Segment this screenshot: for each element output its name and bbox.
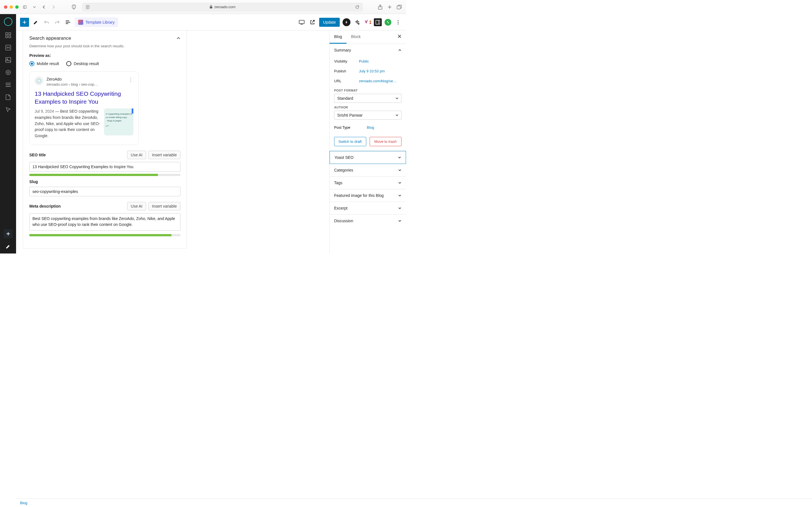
back-button[interactable] — [41, 4, 47, 10]
insert-variable-button[interactable]: Insert variable — [148, 151, 181, 159]
svg-rect-12 — [6, 33, 8, 35]
reader-icon[interactable] — [85, 4, 91, 10]
seo-title-input[interactable] — [29, 162, 181, 172]
url-value[interactable]: zeroado.com/blog/se… — [359, 79, 397, 83]
redo-button[interactable] — [53, 18, 61, 26]
svg-point-36 — [398, 22, 399, 22]
switch-to-draft-button[interactable]: Switch to draft — [334, 137, 366, 146]
yoast-seo-section[interactable]: Yoast SEO — [330, 151, 406, 164]
chevron-down-icon — [398, 194, 402, 196]
close-window-button[interactable] — [4, 5, 7, 9]
image-icon[interactable] — [5, 57, 11, 63]
meta-description-label: Meta description — [29, 204, 61, 209]
chevron-down-icon — [398, 207, 402, 209]
chevron-down-icon — [398, 182, 402, 184]
categories-section[interactable]: Categories — [329, 164, 406, 176]
featured-image-section[interactable]: Featured image for this Blog — [329, 189, 406, 202]
chevron-down-icon[interactable] — [32, 4, 37, 10]
radio-unchecked-icon — [66, 61, 71, 66]
external-link-icon[interactable] — [308, 18, 316, 26]
visibility-value[interactable]: Public — [359, 59, 369, 63]
move-to-trash-button[interactable]: Move to trash — [370, 137, 402, 146]
insert-block-button[interactable] — [20, 18, 29, 27]
template-library-button[interactable]: Template Library — [75, 17, 118, 27]
preview-as-label: Preview as: — [29, 53, 181, 58]
shield-icon[interactable] — [71, 4, 77, 10]
excerpt-section[interactable]: Excerpt — [329, 202, 406, 214]
add-block-button[interactable] — [4, 229, 13, 238]
svg-rect-7 — [210, 6, 212, 8]
update-button[interactable]: Update — [319, 18, 340, 27]
close-sidebar-button[interactable] — [393, 31, 406, 44]
post-type-value[interactable]: Blog — [367, 125, 374, 129]
device-preview-icon[interactable] — [298, 18, 306, 26]
serp-breadcrumb: zeroado.com › blog › seo-cop… — [47, 82, 98, 87]
undo-button[interactable] — [43, 18, 50, 26]
url-text: zeroado.com — [214, 5, 236, 9]
post-type-label: Post Type — [334, 125, 367, 129]
yoast-icon[interactable] — [364, 20, 371, 25]
tab-block[interactable]: Block — [347, 31, 365, 44]
chevron-down-icon — [398, 169, 402, 171]
more-menu-icon[interactable] — [394, 18, 402, 26]
list-icon[interactable] — [5, 82, 11, 88]
author-select[interactable]: Srishti Panwar — [334, 111, 402, 120]
settings-icon[interactable] — [5, 69, 11, 75]
serp-title[interactable]: 13 Handpicked SEO Copywriting Examples t… — [35, 90, 133, 106]
template-logo-icon — [78, 20, 83, 25]
panel-subtitle: Determine how your post should look in t… — [29, 44, 181, 48]
search-appearance-panel: Search appearance Determine how your pos… — [23, 31, 187, 248]
template-library-label: Template Library — [86, 20, 115, 24]
use-ai-button[interactable]: Use AI — [127, 151, 146, 159]
outline-icon[interactable] — [64, 18, 72, 26]
insert-variable-button-2[interactable]: Insert variable — [148, 202, 181, 210]
svg-rect-17 — [6, 57, 11, 62]
minimize-window-button[interactable] — [10, 5, 13, 9]
site-logo[interactable] — [4, 17, 12, 26]
publish-value[interactable]: July 9 10:53 pm — [359, 69, 385, 73]
use-ai-button-2[interactable]: Use AI — [127, 202, 146, 210]
svg-point-20 — [7, 71, 9, 73]
svg-rect-11 — [397, 6, 400, 9]
meta-description-input[interactable] — [29, 213, 181, 231]
collapse-icon[interactable] — [176, 37, 181, 40]
serp-preview: ZeroAdo zeroado.com › blog › seo-cop… ⋮ … — [29, 71, 139, 145]
cursor-icon[interactable] — [5, 107, 11, 113]
meta-description-meter — [29, 234, 181, 236]
tab-blog[interactable]: Blog — [329, 31, 347, 44]
svg-rect-0 — [23, 6, 27, 8]
document-icon[interactable] — [5, 94, 11, 100]
radio-checked-icon — [29, 61, 35, 66]
tags-section[interactable]: Tags — [329, 177, 406, 189]
svg-rect-14 — [6, 36, 8, 38]
share-icon[interactable] — [377, 4, 383, 10]
settings-panel-icon[interactable] — [374, 18, 382, 26]
pencil-icon[interactable] — [32, 18, 40, 26]
forward-button[interactable] — [51, 4, 56, 10]
svg-point-19 — [6, 70, 10, 75]
author-label: AUTHOR — [334, 106, 402, 109]
reload-icon[interactable] — [354, 4, 360, 10]
jetpack-icon[interactable] — [385, 19, 391, 25]
svg-point-35 — [398, 20, 399, 21]
maximize-window-button[interactable] — [15, 5, 18, 9]
slug-label: Slug — [29, 179, 181, 184]
amp-icon[interactable] — [343, 18, 350, 26]
chevron-up-icon — [398, 49, 402, 51]
ai-sparkle-icon[interactable] — [353, 18, 361, 26]
heading-icon[interactable] — [5, 45, 11, 51]
sidebar-toggle-icon[interactable] — [22, 4, 28, 10]
desktop-result-radio[interactable]: Desktop result — [66, 61, 99, 66]
svg-rect-31 — [299, 20, 304, 24]
slug-input[interactable] — [29, 187, 181, 196]
address-bar[interactable]: zeroado.com — [82, 3, 363, 11]
post-format-select[interactable]: Standard — [334, 94, 402, 103]
tabs-icon[interactable] — [396, 4, 402, 10]
serp-more-icon[interactable]: ⋮ — [128, 76, 133, 87]
edit-icon[interactable] — [5, 243, 11, 249]
summary-header[interactable]: Summary — [329, 44, 406, 56]
discussion-section[interactable]: Discussion — [329, 215, 406, 227]
dashboard-icon[interactable] — [5, 32, 11, 38]
new-tab-icon[interactable] — [387, 4, 393, 10]
mobile-result-radio[interactable]: Mobile result — [29, 61, 59, 66]
